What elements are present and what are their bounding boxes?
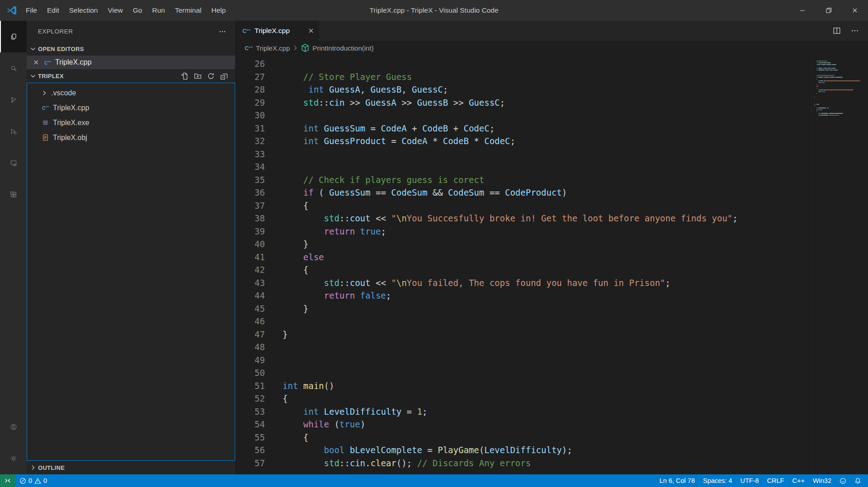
code-line[interactable]: 44 return false; <box>235 289 811 302</box>
activity-search[interactable] <box>0 52 27 84</box>
collapse-all-icon[interactable] <box>220 72 228 80</box>
menu-run[interactable]: Run <box>147 0 170 21</box>
code-line[interactable]: 28 int GuessA, GuessB, GuessC; <box>235 83 811 96</box>
status-label: C++ <box>792 477 804 484</box>
minimap-mark <box>828 108 829 108</box>
code-line[interactable]: 54 while (true) <box>235 418 811 431</box>
code-area[interactable]: 2627 // Store Player Guess28 int GuessA,… <box>235 55 868 474</box>
line-number: 53 <box>235 405 265 418</box>
code-line[interactable]: 53 int LevelDifficulty = 1; <box>235 405 811 418</box>
status-problems[interactable]: 0 0 <box>15 474 51 487</box>
breadcrumb-item[interactable]: PrintIntroduction(int) <box>301 43 373 52</box>
status-indentation[interactable]: Spaces: 4 <box>699 474 736 487</box>
code-token: } <box>283 329 288 339</box>
minimap-mark <box>816 88 817 89</box>
close-button[interactable] <box>842 0 868 21</box>
code-line[interactable]: 35 // Check if players guess is corect <box>235 173 811 187</box>
menu-terminal[interactable]: Terminal <box>170 0 207 21</box>
code-line[interactable]: 32 int GuessProduct = CodeA * CodeB * Co… <box>235 135 811 148</box>
status-platform-toolset[interactable]: Win32 <box>809 474 835 487</box>
status-eol-sequence[interactable]: CRLF <box>763 474 788 487</box>
menu-edit[interactable]: Edit <box>42 0 64 21</box>
views-and-more-actions-icon[interactable] <box>219 28 226 35</box>
code-line[interactable]: 41 else <box>235 251 811 264</box>
activity-explorer[interactable] <box>0 21 27 52</box>
activity-remote-explorer[interactable] <box>0 147 27 179</box>
minimap-line <box>814 113 866 114</box>
close-tab-icon[interactable] <box>307 27 315 34</box>
close-editor-icon[interactable] <box>33 59 40 66</box>
new-file-icon[interactable] <box>181 72 189 80</box>
activity-run-debug[interactable] <box>0 116 27 147</box>
code-line[interactable]: 39 return true; <box>235 225 811 238</box>
code-line[interactable]: 38 std::cout << "\nYou Succesfully broke… <box>235 212 811 225</box>
code-line[interactable]: 50 <box>235 366 811 379</box>
activity-settings[interactable] <box>0 443 27 474</box>
restore-button[interactable] <box>816 0 842 21</box>
activity-account[interactable] <box>0 411 27 443</box>
new-folder-icon[interactable] <box>194 72 202 80</box>
code-line[interactable]: 27 // Store Player Guess <box>235 70 811 84</box>
code-line[interactable]: 37 { <box>235 199 811 212</box>
code-editor[interactable]: 2627 // Store Player Guess28 int GuessA,… <box>235 55 811 474</box>
tree-item-triplex-exe[interactable]: TripleX.exe <box>27 115 235 130</box>
remote-indicator[interactable] <box>0 474 15 487</box>
status-cursor-position[interactable]: Ln 6, Col 78 <box>656 474 699 487</box>
code-line[interactable]: 55 { <box>235 431 811 444</box>
code-line[interactable]: 34 <box>235 160 811 173</box>
minimap-line <box>814 59 866 60</box>
status-notifications[interactable] <box>850 474 865 487</box>
code-line[interactable]: 26 <box>235 57 811 70</box>
tree-item--vscode[interactable]: .vscode <box>27 85 235 100</box>
tree-item-triplex-obj[interactable]: TripleX.obj <box>27 130 235 145</box>
code-token: :: <box>319 98 329 108</box>
code-token: CodeC <box>463 123 489 133</box>
code-line[interactable]: 56 bool bLevelComplete = PlayGame(LevelD… <box>235 444 811 457</box>
menu-selection[interactable]: Selection <box>64 0 103 21</box>
code-token: + <box>407 123 422 133</box>
outline-section-header[interactable]: OUTLINE <box>27 461 235 474</box>
status-language-mode[interactable]: C++ <box>788 474 808 487</box>
split-editor-icon[interactable] <box>833 27 841 35</box>
line-number: 38 <box>235 212 265 225</box>
minimize-button[interactable] <box>789 0 816 21</box>
project-section-header[interactable]: TRIPLEX <box>27 69 235 83</box>
breadcrumb-item[interactable]: C++TripleX.cpp <box>244 43 290 52</box>
refresh-icon[interactable] <box>207 72 215 80</box>
menu-file[interactable]: File <box>21 0 42 21</box>
more-icon[interactable] <box>851 27 859 35</box>
open-editors-header[interactable]: OPEN EDITORS <box>27 42 235 56</box>
code-line[interactable]: 29 std::cin >> GuessA >> GuessB >> Guess… <box>235 96 811 109</box>
status-encoding[interactable]: UTF-8 <box>736 474 763 487</box>
code-line[interactable]: 57 std::cin.clear(); // Discards Any err… <box>235 457 811 470</box>
code-line[interactable]: 30 <box>235 109 811 122</box>
code-line-text: { <box>283 392 288 405</box>
minimap[interactable] <box>811 55 868 474</box>
code-line[interactable]: 49 <box>235 354 811 367</box>
code-token: = <box>422 445 438 455</box>
code-token <box>283 187 303 197</box>
code-line[interactable]: 46 <box>235 315 811 328</box>
menu-help[interactable]: Help <box>207 0 231 21</box>
code-line[interactable]: 45 } <box>235 302 811 315</box>
activity-source-control[interactable] <box>0 84 27 116</box>
code-line[interactable]: 51int main() <box>235 379 811 393</box>
status-feedback[interactable] <box>835 474 850 487</box>
code-line[interactable]: 33 <box>235 148 811 161</box>
code-token: GuessA <box>365 98 396 108</box>
code-line[interactable]: 42 { <box>235 263 811 276</box>
minimap-space <box>814 109 816 110</box>
tab-triplex-cpp[interactable]: C++ TripleX.cpp <box>235 21 319 41</box>
menu-view[interactable]: View <box>103 0 127 21</box>
code-line[interactable]: 36 if ( GuessSum == CodeSum && CodeSum =… <box>235 186 811 199</box>
code-line[interactable]: 47} <box>235 328 811 341</box>
code-line[interactable]: 52{ <box>235 392 811 405</box>
code-line[interactable]: 43 std::cout << "\nYou failed, The cops … <box>235 276 811 290</box>
open-editor-item[interactable]: C++ TripleX.cpp <box>27 56 235 69</box>
menu-go[interactable]: Go <box>128 0 147 21</box>
code-line[interactable]: 31 int GuessSum = CodeA + CodeB + CodeC; <box>235 122 811 135</box>
activity-extensions[interactable] <box>0 179 27 211</box>
tree-item-triplex-cpp[interactable]: C++TripleX.cpp <box>27 100 235 115</box>
code-line[interactable]: 40 } <box>235 238 811 251</box>
code-line[interactable]: 48 <box>235 341 811 354</box>
